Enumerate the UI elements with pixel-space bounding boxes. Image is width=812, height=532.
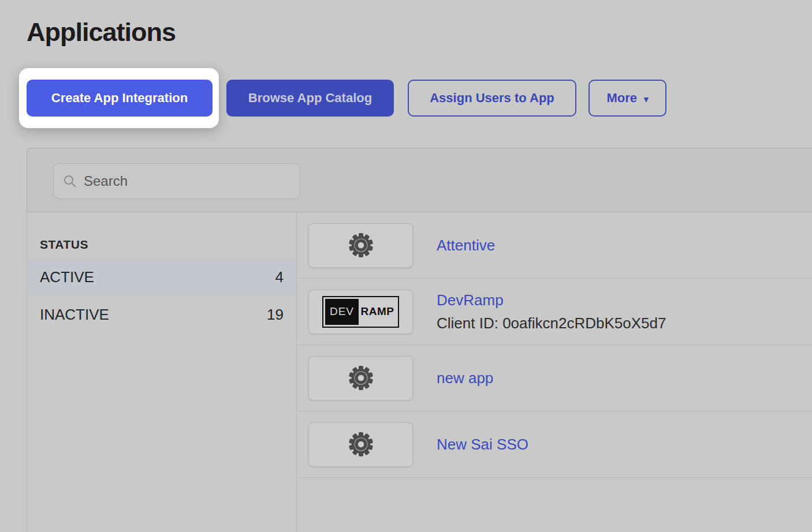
app-icon-card: [308, 223, 413, 268]
gear-icon: [347, 364, 375, 392]
app-row-devramp: DEV RAMP DevRamp Client ID: 0oafikcn2cRD…: [297, 279, 812, 345]
applications-toolbar: [27, 148, 812, 212]
browse-app-catalog-button[interactable]: Browse App Catalog: [226, 80, 394, 117]
search-input[interactable]: [84, 173, 290, 189]
filter-count: 4: [275, 268, 284, 286]
app-row-new-sai-sso: New Sai SSO: [297, 411, 812, 478]
app-icon-card: DEV RAMP: [308, 290, 413, 334]
filter-count: 19: [267, 306, 284, 324]
assign-users-to-app-button[interactable]: Assign Users to App: [408, 80, 576, 117]
app-list: Attentive DEV RAMP DevRamp Client ID: 0o…: [297, 212, 812, 532]
app-row-new-app: new app: [297, 345, 812, 411]
page-title: Applications: [27, 17, 176, 47]
devramp-logo: DEV RAMP: [322, 296, 399, 328]
create-app-integration-button[interactable]: Create App Integration: [27, 80, 213, 117]
status-filter-header: STATUS: [27, 238, 296, 252]
devramp-logo-left: DEV: [325, 299, 359, 325]
app-icon-card: [308, 422, 413, 467]
app-link[interactable]: New Sai SSO: [437, 436, 528, 454]
devramp-logo-right: RAMP: [359, 299, 396, 325]
filter-label: ACTIVE: [40, 268, 94, 286]
app-link[interactable]: DevRamp: [437, 291, 666, 309]
gear-icon: [347, 231, 375, 260]
app-row-attentive: Attentive: [297, 212, 812, 279]
app-icon-card: [308, 356, 413, 400]
filter-row-inactive[interactable]: INACTIVE 19: [27, 297, 296, 332]
status-filter-sidebar: STATUS ACTIVE 4 INACTIVE 19: [27, 212, 297, 532]
app-link[interactable]: new app: [437, 369, 493, 387]
search-icon: [63, 174, 77, 188]
filter-label: INACTIVE: [40, 306, 109, 324]
gear-icon: [347, 430, 375, 459]
caret-down-icon: ▾: [644, 95, 649, 103]
filter-row-active[interactable]: ACTIVE 4: [27, 260, 296, 295]
app-link[interactable]: Attentive: [437, 237, 495, 254]
search-box[interactable]: [53, 163, 300, 199]
client-id-text: Client ID: 0oafikcn2cRDbK5oX5d7: [437, 314, 666, 332]
more-button[interactable]: More ▾: [588, 80, 666, 117]
more-button-label: More: [606, 91, 637, 106]
